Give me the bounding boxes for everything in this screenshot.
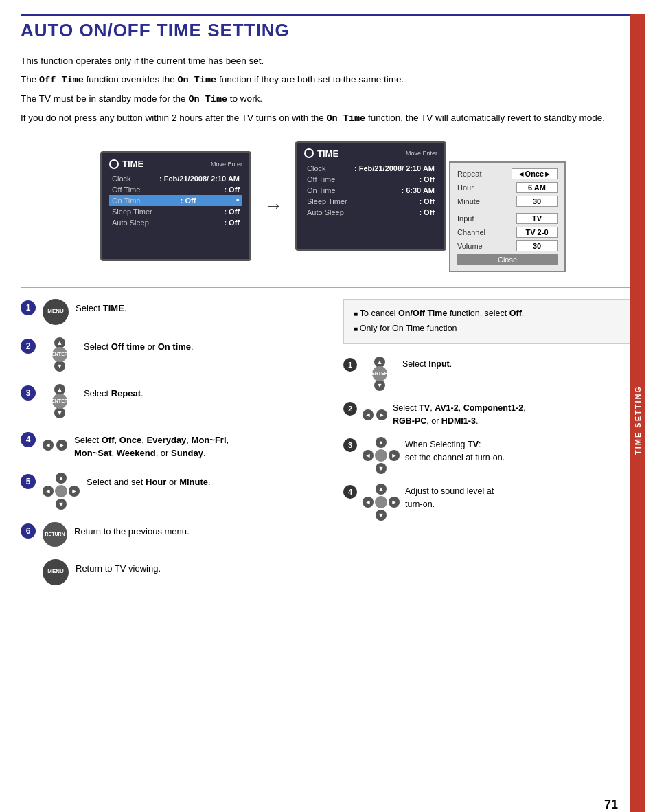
step-4-number: 4 <box>21 432 36 447</box>
step-5-row: 5 ▲ ▼ ◄ ► Select and set Hour or Minute. <box>21 473 323 510</box>
sub-step-1-row: 1 ENTER ▲ ▼ Select Input. <box>343 357 645 391</box>
intro-section: This function operates only if the curre… <box>21 54 645 127</box>
screen2-container: TIME Move Enter Clock : Feb/21/2008/ 2:1… <box>295 141 566 272</box>
right-column: To cancel On/Off Time function, select O… <box>343 299 645 598</box>
dpad-right-step4[interactable]: ► <box>56 440 67 451</box>
page-title: AUTO ON/OFF TIME SETTING <box>21 14 645 41</box>
sub-step-2-row: 2 ◄ ► Select TV, AV1-2, Component1-2, RG… <box>343 401 645 428</box>
dpad-down-step2[interactable]: ▼ <box>54 361 65 372</box>
step-1-text: Select TIME. <box>76 299 126 315</box>
step-3-row: 3 ENTER ▲ ▼ Select Repeat. <box>21 384 323 418</box>
dpad-left-step4[interactable]: ◄ <box>43 440 54 451</box>
dpad-center-sub4 <box>375 496 387 508</box>
dpad-right-sub4[interactable]: ► <box>389 497 400 508</box>
screen1-row-clock: Clock : Feb/21/2008/ 2:10 AM <box>109 173 242 184</box>
sub-step-4-row: 4 ▲ ▼ ◄ ► Adjust to sound level atturn-o… <box>343 484 645 521</box>
clock-icon-1 <box>109 159 119 169</box>
dpad-up-step5[interactable]: ▲ <box>56 473 67 484</box>
screen2-row-ontime: On Time : 6:30 AM <box>304 185 437 196</box>
return-button-step6[interactable]: RETURN <box>43 522 67 547</box>
dpad-left-step5[interactable]: ◄ <box>43 486 54 497</box>
screen2-nav: Move Enter <box>406 150 437 157</box>
sub-step-3-row: 3 ▲ ▼ ◄ ► When Selecting TV: set the cha… <box>343 437 645 474</box>
screen2-row-clock: Clock : Feb/21/2008/ 2:10 AM <box>304 163 437 174</box>
time-popup: Repeat ◄ Once ► Hour 6 AM Minute 30 <box>449 161 566 272</box>
popup-input-row: Input TV <box>457 213 558 224</box>
dpad-right-sub3[interactable]: ► <box>389 450 400 461</box>
dpad-center-step5 <box>55 485 67 497</box>
popup-input-value[interactable]: TV <box>516 213 558 224</box>
screen1-title: TIME <box>122 159 143 169</box>
main-divider <box>21 287 645 288</box>
popup-channel-row: Channel TV 2-0 <box>457 227 558 238</box>
screen1-row-autosleep: Auto Sleep : Off <box>109 217 242 228</box>
dpad-down-sub1[interactable]: ▼ <box>374 380 385 391</box>
popup-volume-value[interactable]: 30 <box>516 240 558 251</box>
enter-button-sub1[interactable]: ENTER <box>372 366 387 381</box>
step-menu-text: Return to TV viewing. <box>76 559 161 576</box>
screen2-row-autosleep: Auto Sleep : Off <box>304 207 437 218</box>
sub-step-4-text: Adjust to sound level atturn-on. <box>405 484 494 511</box>
popup-repeat-value[interactable]: ◄ Once ► <box>512 168 558 179</box>
dpad-center-sub3 <box>375 449 387 462</box>
dpad-right-step5[interactable]: ► <box>69 486 80 497</box>
sub-step-1-number: 1 <box>343 358 357 372</box>
step-6-row: 6 RETURN Return to the previous menu. <box>21 522 323 547</box>
popup-left-arrow[interactable]: ◄ <box>518 170 525 178</box>
screens-container: TIME Move Enter Clock : Feb/21/2008/ 2:1… <box>21 141 645 272</box>
step-1-row: 1 MENU Select TIME. <box>21 299 323 325</box>
dpad-left-sub2[interactable]: ◄ <box>363 409 374 420</box>
dpad-up-sub4[interactable]: ▲ <box>376 484 387 495</box>
intro-line2: The Off Time function overrides the On T… <box>21 72 645 89</box>
dpad-down-sub4[interactable]: ▼ <box>376 510 387 521</box>
clock-icon-2 <box>304 148 314 158</box>
popup-minute-row: Minute 30 <box>457 196 558 207</box>
screen2-row-offtime: Off Time : Off <box>304 174 437 185</box>
enter-button-step2[interactable]: ENTER <box>52 347 67 362</box>
sub-step-3-number: 3 <box>343 438 357 452</box>
dpad-down-step5[interactable]: ▼ <box>56 499 67 510</box>
intro-line1: This function operates only if the curre… <box>21 54 645 69</box>
tv-screen-2: TIME Move Enter Clock : Feb/21/2008/ 2:1… <box>295 141 446 251</box>
menu-button-final[interactable]: MENU <box>43 559 69 585</box>
step-3-number: 3 <box>21 385 36 401</box>
step-6-number: 6 <box>21 523 36 539</box>
dpad-up-sub3[interactable]: ▲ <box>376 437 387 448</box>
step-4-row: 4 ◄ ► Select Off, Once, Everyday, Mon~Fr… <box>21 431 323 460</box>
popup-hour-value[interactable]: 6 AM <box>516 182 558 193</box>
sub-step-4-number: 4 <box>343 485 357 499</box>
step-2-row: 2 ENTER ▲ ▼ Select Off time or On time. <box>21 337 323 372</box>
popup-minute-value[interactable]: 30 <box>516 196 558 207</box>
screen1-row-offtime: Off Time : Off <box>109 184 242 195</box>
sub-step-3-text: When Selecting TV: set the channel at tu… <box>405 437 505 464</box>
intro-line3: The TV must be in standby mode for the O… <box>21 91 645 108</box>
dpad-down-step3[interactable]: ▼ <box>54 407 65 418</box>
dpad-left-sub4[interactable]: ◄ <box>363 497 374 508</box>
step-2-text: Select Off time or On time. <box>84 337 194 354</box>
screen2-title: TIME <box>317 148 338 159</box>
step-2-number: 2 <box>21 339 36 354</box>
dpad-right-sub2[interactable]: ► <box>376 409 387 420</box>
main-content: 1 MENU Select TIME. 2 ENTER ▲ ▼ Select <box>21 299 645 598</box>
enter-button-step3[interactable]: ENTER <box>52 394 67 409</box>
step-1-number: 1 <box>21 300 36 315</box>
dpad-left-sub3[interactable]: ◄ <box>363 450 374 461</box>
menu-button-step1[interactable]: MENU <box>43 299 69 325</box>
sub-step-2-number: 2 <box>343 402 357 416</box>
screen1-nav: Move Enter <box>211 161 242 168</box>
screen2-row-sleep: Sleep Timer : Off <box>304 196 437 207</box>
popup-close-button[interactable]: Close <box>457 254 558 265</box>
popup-channel-value[interactable]: TV 2-0 <box>516 227 558 238</box>
steps-column: 1 MENU Select TIME. 2 ENTER ▲ ▼ Select <box>21 299 323 598</box>
step-6-text: Return to the previous menu. <box>74 522 190 539</box>
arrow-right: → <box>264 195 283 217</box>
dpad-down-sub3[interactable]: ▼ <box>376 463 387 474</box>
step-4-text: Select Off, Once, Everyday, Mon~Fri, Mon… <box>74 431 229 460</box>
popup-right-arrow[interactable]: ► <box>544 170 551 178</box>
screen1-row-ontime: On Time : Off ● <box>109 195 242 206</box>
note-1: To cancel On/Off Time function, select O… <box>354 306 635 320</box>
popup-repeat-row: Repeat ◄ Once ► <box>457 168 558 179</box>
intro-line4: If you do not press any button within 2 … <box>21 111 645 127</box>
note-2: Only for On Time function <box>354 322 635 335</box>
sub-step-2-text: Select TV, AV1-2, Component1-2, RGB-PC, … <box>393 401 526 428</box>
